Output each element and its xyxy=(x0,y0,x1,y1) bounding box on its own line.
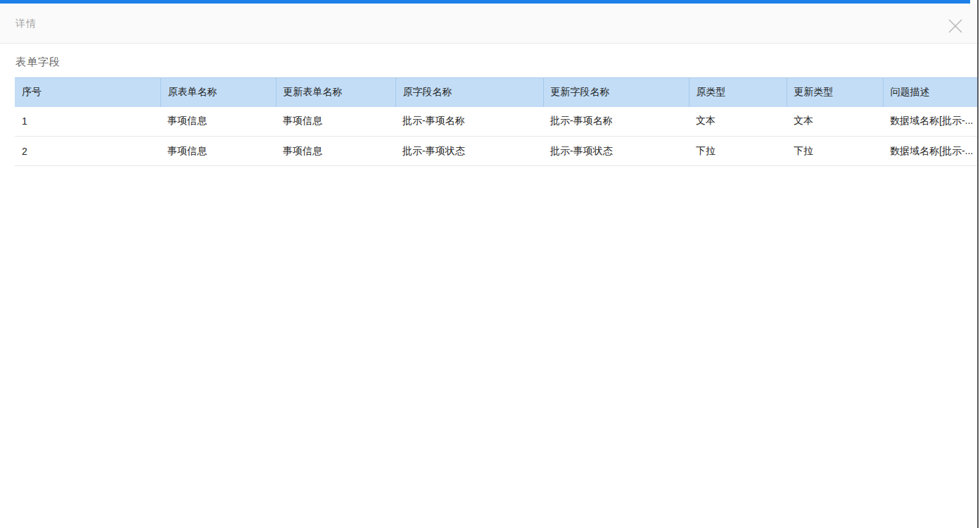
dialog-header: 详情 xyxy=(0,4,980,44)
section-title: 表单字段 xyxy=(15,56,61,69)
column-header-4: 原字段名称 xyxy=(395,78,543,107)
close-button[interactable] xyxy=(947,18,964,34)
table-header: 序号原表单名称更新表单名称原字段名称更新字段名称原类型更新类型问题描述 xyxy=(15,78,978,107)
column-header-7: 更新类型 xyxy=(787,78,883,107)
table-cell: 事项信息 xyxy=(276,137,395,166)
table-body: 1事项信息事项信息批示-事项名称批示-事项名称文本文本数据域名称[批示-...2… xyxy=(15,107,978,166)
table-cell: 批示-事项状态 xyxy=(543,137,689,166)
table-header-row: 序号原表单名称更新表单名称原字段名称更新字段名称原类型更新类型问题描述 xyxy=(15,78,978,107)
table-cell: 文本 xyxy=(787,107,883,137)
table-row: 1事项信息事项信息批示-事项名称批示-事项名称文本文本数据域名称[批示-... xyxy=(15,107,978,137)
table-cell: 1 xyxy=(15,107,160,137)
table-cell: 下拉 xyxy=(689,137,787,166)
table-cell: 事项信息 xyxy=(160,107,276,137)
column-header-1: 序号 xyxy=(15,78,160,107)
table-cell: 事项信息 xyxy=(160,137,276,166)
right-edge-line xyxy=(977,0,979,528)
table-cell: 批示-事项名称 xyxy=(395,107,543,137)
table-cell: 2 xyxy=(15,137,160,166)
form-fields-table-container: 序号原表单名称更新表单名称原字段名称更新字段名称原类型更新类型问题描述 1事项信… xyxy=(15,77,978,166)
table-cell: 数据域名称[批示-... xyxy=(883,137,978,166)
form-fields-table: 序号原表单名称更新表单名称原字段名称更新字段名称原类型更新类型问题描述 1事项信… xyxy=(15,77,978,166)
column-header-6: 原类型 xyxy=(689,78,787,107)
table-cell: 数据域名称[批示-... xyxy=(883,107,978,137)
table-cell: 文本 xyxy=(689,107,787,137)
column-header-8: 问题描述 xyxy=(883,78,978,107)
table-cell: 下拉 xyxy=(787,137,883,166)
column-header-2: 原表单名称 xyxy=(160,78,276,107)
table-cell: 事项信息 xyxy=(276,107,395,137)
table-cell: 批示-事项名称 xyxy=(543,107,689,137)
table-row: 2事项信息事项信息批示-事项状态批示-事项状态下拉下拉数据域名称[批示-... xyxy=(15,137,978,166)
dialog-title: 详情 xyxy=(15,4,37,44)
close-icon xyxy=(947,18,964,34)
table-cell: 批示-事项状态 xyxy=(395,137,543,166)
column-header-3: 更新表单名称 xyxy=(276,78,395,107)
column-header-5: 更新字段名称 xyxy=(543,78,689,107)
